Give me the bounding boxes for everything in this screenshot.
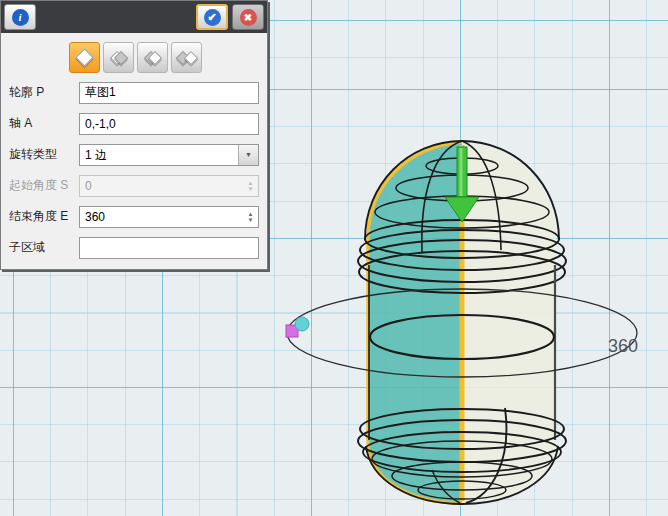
profile-label: 轮廓 P	[9, 84, 79, 101]
revolve-type-value: 1 边	[80, 145, 238, 165]
axis-label: 轴 A	[9, 115, 79, 132]
end-angle-input[interactable]	[80, 207, 243, 227]
subregion-label: 子区域	[9, 239, 79, 256]
revolve-type-row: 旋转类型 1 边 ▼	[9, 143, 267, 166]
revolve-dialog: i ✔ ✖	[0, 0, 268, 270]
checkmark-icon: ✔	[204, 9, 221, 26]
new-solid-diamond-icon	[75, 48, 93, 66]
mode-new-solid-button[interactable]	[69, 42, 100, 73]
spinner-arrows-icon: ▲▼	[243, 176, 258, 196]
subtract-diamonds-icon	[149, 53, 157, 63]
mode-union-button[interactable]	[103, 42, 134, 73]
profile-input[interactable]	[79, 82, 259, 104]
revolve-angle-label: 360	[608, 336, 638, 356]
intersect-diamonds-icon	[181, 53, 193, 63]
dialog-titlebar[interactable]: i ✔ ✖	[1, 1, 267, 33]
mode-subtract-button[interactable]	[137, 42, 168, 73]
boolean-mode-toolbar	[1, 33, 267, 73]
mode-intersect-button[interactable]	[171, 42, 202, 73]
start-angle-spinner: ▲▼	[79, 175, 259, 197]
info-button[interactable]: i	[4, 4, 36, 30]
subregion-row: 子区域	[9, 236, 267, 259]
angle-drag-sphere-handle[interactable]	[295, 317, 309, 331]
profile-row: 轮廓 P	[9, 81, 267, 104]
end-angle-spinner[interactable]: ▲▼	[79, 206, 259, 228]
start-angle-input	[80, 176, 243, 196]
close-icon: ✖	[240, 9, 257, 26]
axis-input[interactable]	[79, 113, 259, 135]
revolve-type-label: 旋转类型	[9, 146, 79, 163]
union-diamonds-icon	[115, 53, 123, 63]
start-angle-label: 起始角度 S	[9, 177, 79, 194]
spinner-arrows-icon[interactable]: ▲▼	[243, 207, 258, 227]
axis-row: 轴 A	[9, 112, 267, 135]
dialog-fields: 轮廓 P 轴 A 旋转类型 1 边 ▼ 起始角度 S ▲▼	[1, 73, 267, 259]
info-icon: i	[12, 9, 29, 26]
cad-application-window: 360 i ✔ ✖	[0, 0, 668, 516]
ok-button[interactable]: ✔	[196, 4, 228, 30]
revolve-type-select[interactable]: 1 边 ▼	[79, 144, 259, 166]
start-angle-row: 起始角度 S ▲▼	[9, 174, 267, 197]
end-angle-row: 结束角度 E ▲▼	[9, 205, 267, 228]
chevron-down-icon[interactable]: ▼	[238, 145, 258, 165]
cancel-button[interactable]: ✖	[232, 4, 264, 30]
end-angle-label: 结束角度 E	[9, 208, 79, 225]
subregion-input[interactable]	[79, 237, 259, 259]
